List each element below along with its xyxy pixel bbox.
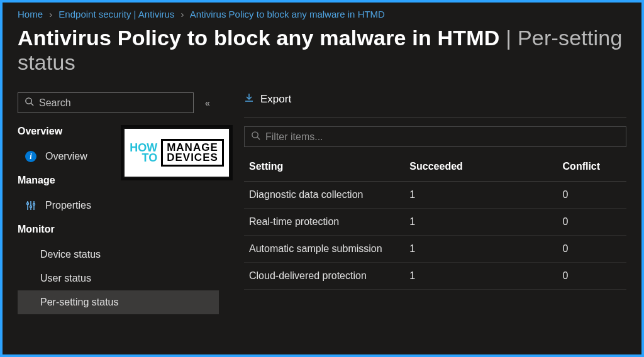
page-title-text: Antivirus Policy to block any malware in… [18, 26, 500, 50]
page-title-row: Antivirus Policy to block any malware in… [18, 26, 626, 75]
cell-succeeded: 1 [404, 209, 557, 236]
export-button[interactable]: Export [244, 92, 291, 106]
table-row[interactable]: Real-time protection10 [244, 209, 626, 236]
title-separator: | [506, 26, 511, 50]
breadcrumb-home[interactable]: Home [18, 9, 43, 19]
sidebar-search-input[interactable] [39, 97, 187, 109]
settings-table: Setting Succeeded Conflict Diagnostic da… [244, 152, 626, 290]
htmd-logo: HOW TO MANAGE DEVICES [123, 128, 230, 178]
svg-point-5 [30, 206, 32, 208]
chevron-right-icon: › [49, 9, 52, 19]
col-conflict[interactable]: Conflict [558, 152, 626, 182]
col-setting[interactable]: Setting [244, 152, 404, 182]
filter-input[interactable] [265, 131, 619, 143]
main-content: Export Setting Succeeded Conflict [244, 92, 626, 314]
cell-setting: Automatic sample submission [244, 236, 404, 263]
logo-manage: MANAGE DEVICES [161, 139, 224, 167]
cell-setting: Real-time protection [244, 209, 404, 236]
breadcrumb-policy[interactable]: Antivirus Policy to block any malware in… [190, 9, 385, 19]
cell-conflict: 0 [558, 182, 626, 209]
chevron-right-icon: › [181, 9, 184, 19]
svg-point-3 [27, 203, 29, 205]
cell-succeeded: 1 [404, 182, 557, 209]
sidebar: « Overview i Overview Manage Properties … [18, 92, 219, 314]
collapse-sidebar-icon[interactable]: « [205, 98, 210, 108]
cell-succeeded: 1 [404, 263, 557, 290]
sidebar-item-device-status[interactable]: Device status [18, 243, 219, 266]
cell-conflict: 0 [558, 236, 626, 263]
cell-conflict: 0 [558, 263, 626, 290]
sidebar-item-properties[interactable]: Properties [18, 194, 219, 217]
sidebar-search[interactable] [18, 92, 194, 113]
cell-succeeded: 1 [404, 236, 557, 263]
logo-howto: HOW TO [130, 143, 157, 163]
sidebar-item-label: Device status [40, 249, 101, 260]
breadcrumb: Home › Endpoint security | Antivirus › A… [18, 9, 626, 19]
download-icon [244, 92, 254, 106]
breadcrumb-endpoint-security[interactable]: Endpoint security | Antivirus [58, 9, 174, 19]
sidebar-item-label: Overview [45, 151, 87, 162]
sidebar-item-label: User status [40, 273, 91, 284]
svg-line-1 [31, 103, 33, 106]
search-icon [251, 131, 260, 143]
cell-setting: Cloud-delivered protection [244, 263, 404, 290]
properties-icon [25, 200, 36, 211]
svg-point-0 [26, 98, 31, 104]
sidebar-item-per-setting-status[interactable]: Per-setting status [18, 290, 219, 314]
svg-point-7 [33, 204, 35, 206]
svg-point-10 [252, 132, 258, 138]
table-row[interactable]: Diagnostic data collection10 [244, 182, 626, 209]
section-monitor-head: Monitor [18, 224, 219, 235]
cell-setting: Diagnostic data collection [244, 182, 404, 209]
logo-text: DEVICES [167, 153, 218, 163]
svg-line-11 [257, 137, 260, 140]
page-title: Antivirus Policy to block any malware in… [18, 26, 626, 75]
sidebar-item-user-status[interactable]: User status [18, 266, 219, 290]
col-succeeded[interactable]: Succeeded [404, 152, 557, 182]
toolbar: Export [244, 92, 626, 118]
cell-conflict: 0 [558, 209, 626, 236]
filter-items[interactable] [244, 126, 626, 147]
logo-text: TO [130, 153, 157, 163]
info-icon: i [25, 151, 36, 162]
sidebar-item-label: Per-setting status [40, 297, 119, 308]
search-icon [25, 97, 34, 109]
table-row[interactable]: Cloud-delivered protection10 [244, 263, 626, 290]
table-row[interactable]: Automatic sample submission10 [244, 236, 626, 263]
export-label: Export [260, 93, 291, 106]
sidebar-item-label: Properties [45, 200, 91, 211]
